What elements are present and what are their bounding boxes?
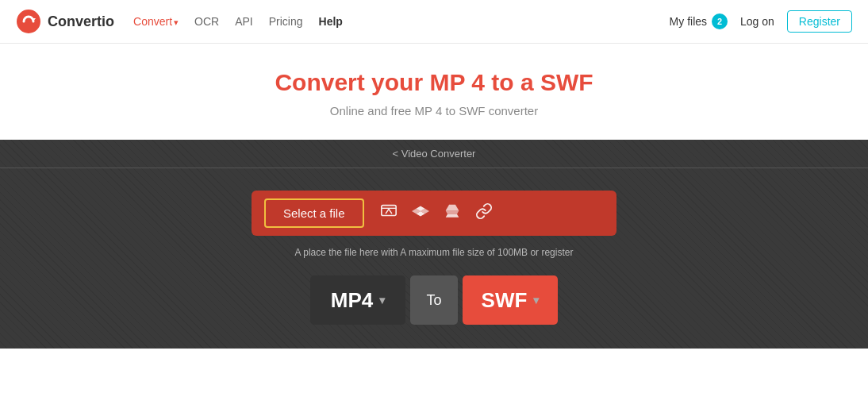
- hero-subtitle: Online and free MP 4 to SWF converter: [16, 104, 852, 117]
- upload-bar: Select a file: [252, 191, 616, 236]
- from-format-arrow: ▾: [379, 294, 385, 306]
- google-drive-icon[interactable]: [444, 202, 461, 224]
- logo-icon: [16, 9, 41, 34]
- logo-area[interactable]: Convertio: [16, 9, 114, 34]
- nav-api[interactable]: API: [235, 15, 253, 28]
- upload-icons: [380, 202, 493, 224]
- logon-button[interactable]: Log on: [740, 15, 774, 28]
- header-right: My files 2 Log on Register: [670, 10, 852, 33]
- nav-ocr[interactable]: OCR: [194, 15, 219, 28]
- my-files-area[interactable]: My files 2: [670, 13, 728, 29]
- drop-hint: A place the file here with A maximum fil…: [295, 247, 574, 258]
- hero-section: Convert your MP 4 to a SWF Online and fr…: [0, 44, 868, 140]
- nav-convert[interactable]: Convert: [133, 15, 179, 28]
- converter-section: < Video Converter Select a file: [0, 140, 868, 349]
- to-label-box: To: [410, 275, 458, 325]
- conversion-row: MP4 ▾ To SWF ▾: [310, 275, 558, 325]
- register-button[interactable]: Register: [787, 10, 852, 33]
- logo-text: Convertio: [48, 13, 114, 30]
- from-format-label: MP4: [331, 288, 373, 313]
- svg-point-0: [17, 10, 40, 33]
- svg-rect-2: [381, 206, 395, 216]
- to-label: To: [426, 292, 441, 309]
- dropbox-icon[interactable]: [412, 202, 429, 224]
- header: Convertio Convert OCR API Pricing Help M…: [0, 0, 868, 44]
- to-format-label: SWF: [482, 288, 528, 313]
- nav-help[interactable]: Help: [319, 15, 343, 28]
- my-files-badge: 2: [712, 13, 728, 29]
- to-format-box[interactable]: SWF ▾: [463, 275, 558, 325]
- from-format-box[interactable]: MP4 ▾: [310, 275, 405, 325]
- select-file-button[interactable]: Select a file: [264, 198, 364, 228]
- my-files-label[interactable]: My files: [670, 15, 707, 28]
- url-upload-icon[interactable]: [380, 202, 398, 224]
- to-format-arrow: ▾: [533, 294, 539, 306]
- link-icon[interactable]: [475, 202, 493, 224]
- breadcrumb[interactable]: < Video Converter: [0, 140, 868, 168]
- main-nav: Convert OCR API Pricing Help: [133, 15, 670, 28]
- nav-pricing[interactable]: Pricing: [269, 15, 303, 28]
- hero-title: Convert your MP 4 to a SWF: [16, 69, 852, 96]
